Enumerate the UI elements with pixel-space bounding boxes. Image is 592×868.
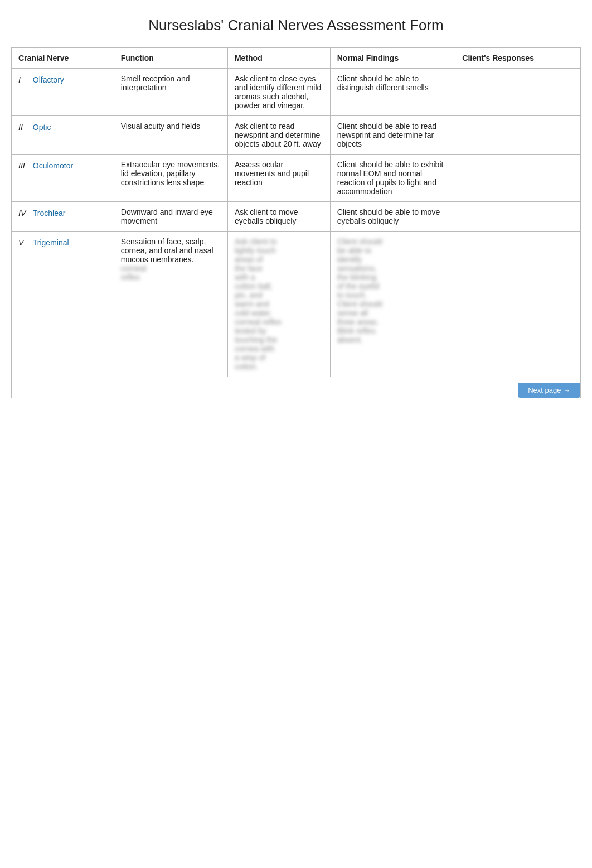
table-row: I OlfactorySmell reception and interpret… bbox=[12, 69, 581, 116]
header-normal-findings: Normal Findings bbox=[330, 48, 455, 69]
clients-responses-cell bbox=[455, 202, 581, 232]
table-row: III OculomotorExtraocular eye movements,… bbox=[12, 155, 581, 202]
method-text: Ask client to close eyes and identify di… bbox=[235, 74, 321, 110]
cranial-nerve-cell: I Olfactory bbox=[12, 69, 114, 116]
function-text: Smell reception and interpretation bbox=[121, 74, 190, 92]
nerve-numeral: I bbox=[18, 75, 28, 84]
normal-findings-cell: Client should be able to distinguish dif… bbox=[330, 69, 455, 116]
function-cell: Extraocular eye movements, lid elevation… bbox=[114, 155, 227, 202]
normal-findings-label: Normal Findings bbox=[337, 54, 399, 62]
cranial-nerve-cell: II Optic bbox=[12, 116, 114, 155]
function-extra-blurred: cornealreflex bbox=[121, 264, 221, 282]
nerve-name: Optic bbox=[33, 123, 51, 132]
nerve-name: Trigeminal bbox=[33, 238, 69, 247]
method-text: Ask client to read newsprint and determi… bbox=[235, 122, 321, 148]
normal-text: Client should be able to distinguish dif… bbox=[337, 74, 429, 92]
function-text: Sensation of face, scalp, cornea, and or… bbox=[121, 237, 213, 264]
table-row: IV TrochlearDownward and inward eye move… bbox=[12, 202, 581, 232]
function-text: Downward and inward eye movement bbox=[121, 208, 213, 225]
method-cell: Ask client tolightly touchareas ofthe fa… bbox=[227, 232, 330, 377]
function-cell: Sensation of face, scalp, cornea, and or… bbox=[114, 232, 227, 377]
nerve-name: Trochlear bbox=[33, 209, 66, 218]
clients-responses-label: Client's Responses bbox=[462, 54, 534, 62]
assessment-table: Cranial Nerve Function Method Normal Fin… bbox=[11, 47, 581, 398]
method-cell: Assess ocular movements and pupil reacti… bbox=[227, 155, 330, 202]
function-cell: Downward and inward eye movement bbox=[114, 202, 227, 232]
method-blurred: Ask client tolightly touchareas ofthe fa… bbox=[235, 237, 323, 371]
normal-findings-cell: Client should be able to read newsprint … bbox=[330, 116, 455, 155]
table-row: II OpticVisual acuity and fieldsAsk clie… bbox=[12, 116, 581, 155]
method-cell: Ask client to close eyes and identify di… bbox=[227, 69, 330, 116]
footer-cell: Next page → bbox=[12, 377, 581, 398]
header-function: Function bbox=[114, 48, 227, 69]
nerve-numeral: IV bbox=[18, 209, 28, 218]
normal-findings-cell: Client shouldbe able toidentifysensation… bbox=[330, 232, 455, 377]
function-cell: Visual acuity and fields bbox=[114, 116, 227, 155]
function-cell: Smell reception and interpretation bbox=[114, 69, 227, 116]
clients-responses-cell bbox=[455, 116, 581, 155]
normal-text: Client should be able to exhibit normal … bbox=[337, 160, 444, 196]
method-cell: Ask client to move eyeballs obliquely bbox=[227, 202, 330, 232]
clients-responses-cell bbox=[455, 232, 581, 377]
table-row: V TrigeminalSensation of face, scalp, co… bbox=[12, 232, 581, 377]
cranial-nerve-cell: III Oculomotor bbox=[12, 155, 114, 202]
page-title: Nurseslabs' Cranial Nerves Assessment Fo… bbox=[11, 17, 581, 34]
nerve-name: Olfactory bbox=[33, 75, 64, 84]
nerve-name: Oculomotor bbox=[33, 161, 73, 170]
normal-text: Client should be able to move eyeballs o… bbox=[337, 208, 440, 225]
nerve-numeral: III bbox=[18, 161, 28, 170]
normal-blurred: Client shouldbe able toidentifysensation… bbox=[337, 237, 449, 344]
method-text: Assess ocular movements and pupil reacti… bbox=[235, 160, 309, 187]
normal-findings-cell: Client should be able to exhibit normal … bbox=[330, 155, 455, 202]
next-page-button[interactable]: Next page → bbox=[518, 383, 580, 398]
function-text: Visual acuity and fields bbox=[121, 122, 200, 131]
cranial-nerve-cell: IV Trochlear bbox=[12, 202, 114, 232]
header-clients-responses: Client's Responses bbox=[455, 48, 581, 69]
nerve-numeral: II bbox=[18, 123, 28, 132]
function-text: Extraocular eye movements, lid elevation… bbox=[121, 160, 220, 187]
method-text: Ask client to move eyeballs obliquely bbox=[235, 208, 298, 225]
normal-findings-cell: Client should be able to move eyeballs o… bbox=[330, 202, 455, 232]
clients-responses-cell bbox=[455, 69, 581, 116]
method-cell: Ask client to read newsprint and determi… bbox=[227, 116, 330, 155]
header-cranial-nerve: Cranial Nerve bbox=[12, 48, 114, 69]
normal-text: Client should be able to read newsprint … bbox=[337, 122, 436, 148]
header-method: Method bbox=[227, 48, 330, 69]
nerve-numeral: V bbox=[18, 238, 28, 247]
cranial-nerve-cell: V Trigeminal bbox=[12, 232, 114, 377]
clients-responses-cell bbox=[455, 155, 581, 202]
